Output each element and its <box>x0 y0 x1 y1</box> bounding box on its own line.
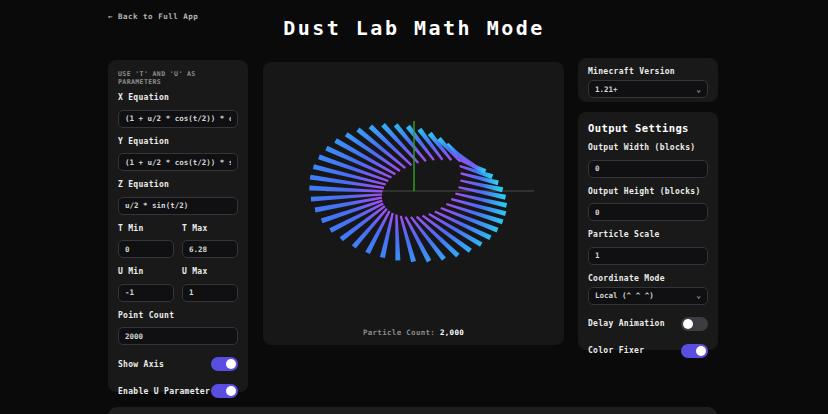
output-settings-title: Output Settings <box>588 122 708 134</box>
toggle-knob <box>226 386 236 396</box>
equation-panel: USE 'T' AND 'U' AS PARAMETERS X Equation… <box>108 60 248 392</box>
u-min-label: U Min <box>118 267 174 276</box>
show-axis-label: Show Axis <box>118 360 164 369</box>
output-height-input[interactable] <box>588 203 708 221</box>
output-settings-panel: Output Settings Output Width (blocks) Ou… <box>578 112 718 350</box>
t-max-label: T Max <box>182 224 238 233</box>
output-width-label: Output Width (blocks) <box>588 143 708 152</box>
chevron-down-icon: ⌄ <box>696 85 701 94</box>
show-axis-toggle[interactable] <box>211 357 238 371</box>
toggle-knob <box>683 319 693 329</box>
u-min-input[interactable] <box>118 284 174 302</box>
particle-scale-label: Particle Scale <box>588 230 708 239</box>
point-count-label: Point Count <box>118 311 238 320</box>
z-equation-input[interactable] <box>118 197 238 215</box>
mobius-particle-visualization <box>263 62 564 345</box>
t-min-label: T Min <box>118 224 174 233</box>
output-height-label: Output Height (blocks) <box>588 187 708 196</box>
particle-count-value: 2,000 <box>440 328 464 337</box>
u-max-label: U Max <box>182 267 238 276</box>
color-fixer-label: Color Fixer <box>588 346 644 355</box>
page-title: Dust Lab Math Mode <box>0 16 828 40</box>
point-count-input[interactable] <box>118 327 238 345</box>
color-fixer-toggle[interactable] <box>681 344 708 358</box>
output-width-input[interactable] <box>588 160 708 178</box>
t-min-input[interactable] <box>118 240 174 258</box>
z-equation-label: Z Equation <box>118 180 238 189</box>
minecraft-version-label: Minecraft Version <box>588 67 708 76</box>
toggle-knob <box>226 359 236 369</box>
t-max-input[interactable] <box>182 240 238 258</box>
x-equation-label: X Equation <box>118 93 238 102</box>
particle-count-caption: Particle Count: 2,000 <box>263 328 564 337</box>
y-equation-label: Y Equation <box>118 137 238 146</box>
minecraft-version-value: 1.21+ <box>595 85 618 94</box>
enable-u-parameter-toggle[interactable] <box>211 384 238 398</box>
delay-animation-toggle[interactable] <box>681 317 708 331</box>
particle-scale-input[interactable] <box>588 247 708 265</box>
x-equation-input[interactable] <box>118 110 238 128</box>
u-max-input[interactable] <box>182 284 238 302</box>
particle-preview-canvas[interactable]: Particle Count: 2,000 <box>263 62 564 345</box>
parameters-hint: USE 'T' AND 'U' AS PARAMETERS <box>118 70 238 86</box>
particle-count-label: Particle Count: <box>363 328 435 337</box>
y-equation-input[interactable] <box>118 153 238 171</box>
chevron-down-icon: ⌄ <box>696 291 701 300</box>
enable-u-parameter-label: Enable U Parameter <box>118 387 210 396</box>
minecraft-version-select[interactable]: 1.21+ ⌄ <box>588 80 708 98</box>
toggle-knob <box>696 346 706 356</box>
delay-animation-label: Delay Animation <box>588 319 665 328</box>
bottom-panel-edge <box>108 407 717 414</box>
minecraft-version-panel: Minecraft Version 1.21+ ⌄ <box>578 58 718 102</box>
coordinate-mode-select[interactable]: Local (^ ^ ^) ⌄ <box>588 287 708 305</box>
coordinate-mode-label: Coordinate Mode <box>588 274 708 283</box>
coordinate-mode-value: Local (^ ^ ^) <box>595 291 654 300</box>
